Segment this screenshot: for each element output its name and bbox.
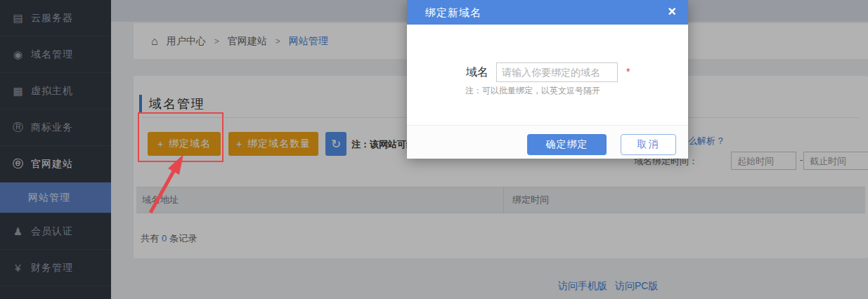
- cancel-button[interactable]: 取消: [621, 134, 676, 155]
- domain-input[interactable]: [496, 62, 618, 82]
- annotation-highlight-box: [138, 112, 224, 162]
- dialog-header: 绑定新域名 ×: [407, 0, 688, 25]
- domain-field-label: 域名: [466, 65, 488, 80]
- confirm-bind-button[interactable]: 确定绑定: [527, 134, 607, 155]
- required-asterisk: *: [626, 66, 630, 77]
- bind-new-domain-dialog: 绑定新域名 × 域名 * 注：可以批量绑定，以英文逗号隔开 确定绑定 取消: [407, 0, 688, 159]
- batch-bind-hint: 注：可以批量绑定，以英文逗号隔开: [465, 85, 600, 97]
- dialog-footer: 确定绑定 取消: [407, 125, 688, 159]
- close-icon[interactable]: ×: [668, 0, 677, 23]
- dialog-title: 绑定新域名: [425, 6, 481, 18]
